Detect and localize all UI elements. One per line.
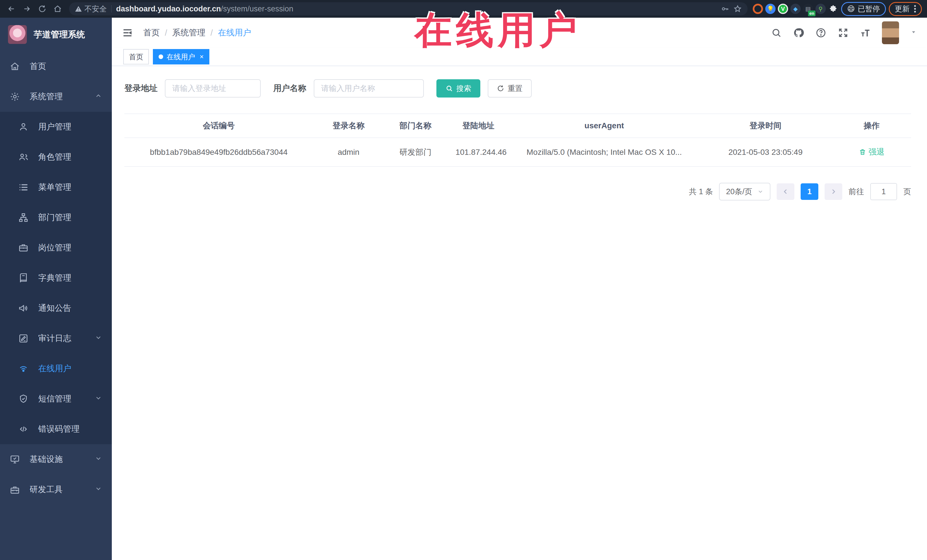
browser-menu-dots-icon[interactable] (914, 5, 916, 12)
sidebar-logo[interactable]: 芋道管理系统 (0, 18, 112, 51)
bookmark-star-icon[interactable] (732, 3, 743, 14)
font-size-icon[interactable] (860, 27, 871, 38)
reset-button[interactable]: 重置 (488, 79, 532, 97)
login-address-label: 登录地址 (125, 83, 158, 94)
tab-close-icon[interactable]: × (200, 53, 204, 61)
sidebar-item-home[interactable]: 首页 (0, 51, 112, 82)
browser-reload-icon[interactable] (36, 3, 49, 15)
search-button[interactable]: 搜索 (436, 79, 480, 97)
breadcrumb-current: 在线用户 (218, 27, 251, 38)
sidebar-item-label: 基础设施 (30, 454, 63, 465)
vue-devtools-icon[interactable]: V (778, 4, 788, 14)
sidebar-item-label: 研发工具 (30, 484, 63, 495)
browser-forward-icon[interactable] (21, 3, 33, 15)
page-size-select[interactable]: 20条/页 (719, 183, 770, 200)
profile-sync-paused-chip[interactable]: 😄 已暂停 (841, 2, 886, 16)
app-logo-image (8, 25, 27, 44)
chevron-up-icon (95, 92, 102, 102)
translator-extension-icon[interactable]: ▤ en (803, 4, 813, 14)
breadcrumb-separator: / (165, 28, 167, 38)
sidebar-item-label: 用户管理 (38, 121, 71, 133)
sessions-table: 会话编号登录名称部门名称登陆地址userAgent登录时间操作 bfbb1ab7… (125, 114, 911, 167)
dept-tree-icon (18, 212, 29, 223)
sidebar-item-notice[interactable]: 通知公告 (0, 293, 112, 323)
prev-page-button[interactable] (777, 183, 794, 200)
column-header: 部门名称 (384, 114, 447, 138)
sidebar-item-online-user[interactable]: 在线用户 (0, 354, 112, 384)
user-icon (18, 122, 29, 132)
next-page-button[interactable] (825, 183, 842, 200)
not-secure-warning[interactable]: 不安全 (75, 4, 107, 14)
search-icon[interactable] (771, 27, 782, 38)
app-title: 芋道管理系统 (33, 29, 85, 41)
sidebar-item-label: 角色管理 (38, 152, 71, 163)
github-icon[interactable] (793, 27, 804, 38)
collapse-sidebar-icon[interactable] (122, 27, 134, 39)
extension-diamond-icon[interactable]: ◆ (790, 4, 801, 14)
sidebar-item-user-mgmt[interactable]: 用户管理 (0, 112, 112, 142)
not-secure-label: 不安全 (84, 4, 107, 14)
browser-address-bar[interactable]: 不安全 dashboard.yudao.iocoder.cn/system/us… (69, 2, 748, 15)
goto-page-input[interactable] (870, 183, 897, 200)
username-input[interactable] (314, 79, 424, 97)
filter-form: 登录地址 用户名称 搜索 重置 (125, 79, 911, 97)
tab-home[interactable]: 首页 (123, 49, 149, 64)
cell-login-name: admin (313, 138, 384, 167)
password-key-icon[interactable] (720, 3, 731, 14)
extension-orange-icon[interactable] (753, 4, 763, 14)
tab-online-users[interactable]: 在线用户 × (153, 49, 209, 64)
sidebar-item-dept-mgmt[interactable]: 部门管理 (0, 202, 112, 233)
refresh-icon (497, 85, 504, 92)
tags-view-bar: 首页 在线用户 × (112, 48, 927, 66)
sidebar-item-label: 部门管理 (38, 212, 71, 223)
sidebar: 芋道管理系统 首页系统管理用户管理角色管理菜单管理部门管理岗位管理字典管理通知公… (0, 18, 112, 560)
sidebar-item-dict-mgmt[interactable]: 字典管理 (0, 263, 112, 293)
browser-update-chip[interactable]: 更新 (889, 2, 922, 16)
sidebar-item-role-mgmt[interactable]: 角色管理 (0, 142, 112, 172)
search-icon (445, 85, 453, 92)
username-label: 用户名称 (273, 83, 306, 94)
book-icon (18, 273, 29, 283)
sidebar-item-label: 在线用户 (38, 363, 71, 374)
browser-home-icon[interactable] (51, 3, 64, 15)
breadcrumb: 首页 / 系统管理 / 在线用户 (143, 27, 251, 38)
extension-leaf-icon[interactable]: ⚲ (816, 4, 826, 14)
column-header: 登陆地址 (447, 114, 510, 138)
sidebar-item-dev-tools[interactable]: 研发工具 (0, 475, 112, 505)
sidebar-menu: 首页系统管理用户管理角色管理菜单管理部门管理岗位管理字典管理通知公告审计日志在线… (0, 51, 112, 560)
sidebar-item-label: 岗位管理 (38, 242, 71, 253)
extensions-puzzle-icon[interactable] (828, 4, 838, 14)
cell-login-address: 101.87.244.46 (447, 138, 510, 167)
user-avatar[interactable] (882, 21, 899, 44)
login-address-input[interactable] (165, 79, 261, 97)
force-logout-button[interactable]: 强退 (859, 147, 884, 157)
page-number-1[interactable]: 1 (801, 183, 818, 200)
avatar-caret-down-icon[interactable] (910, 28, 917, 38)
page-url[interactable]: dashboard.yudao.iocoder.cn/system/user-s… (116, 5, 293, 14)
pagination: 共 1 条 20条/页 1 前往 页 (125, 183, 911, 200)
column-header: 登录时间 (699, 114, 832, 138)
sidebar-item-menu-mgmt[interactable]: 菜单管理 (0, 172, 112, 202)
toolbox-icon (10, 484, 20, 495)
shield-check-icon (18, 394, 29, 404)
active-tab-dot (159, 55, 163, 59)
breadcrumb-separator: / (211, 28, 213, 38)
breadcrumb-system[interactable]: 系统管理 (172, 27, 205, 38)
browser-back-icon[interactable] (5, 3, 18, 15)
fullscreen-icon[interactable] (837, 27, 849, 38)
sidebar-item-audit-log[interactable]: 审计日志 (0, 323, 112, 354)
extension-lightbulb-icon[interactable]: 💡 (765, 4, 775, 14)
sidebar-item-post-mgmt[interactable]: 岗位管理 (0, 233, 112, 263)
sidebar-item-sms-mgmt[interactable]: 短信管理 (0, 384, 112, 414)
chevron-down-icon (95, 395, 102, 404)
breadcrumb-home[interactable]: 首页 (143, 27, 160, 38)
sidebar-item-system-mgmt[interactable]: 系统管理 (0, 82, 112, 112)
sidebar-item-label: 通知公告 (38, 302, 71, 314)
help-icon[interactable] (815, 27, 827, 38)
column-header: 会话编号 (125, 114, 313, 138)
sidebar-item-label: 审计日志 (38, 333, 71, 344)
sidebar-item-label: 短信管理 (38, 393, 71, 405)
goto-label: 前往 (849, 187, 864, 197)
sidebar-item-infra[interactable]: 基础设施 (0, 444, 112, 475)
sidebar-item-error-code[interactable]: 错误码管理 (0, 414, 112, 444)
